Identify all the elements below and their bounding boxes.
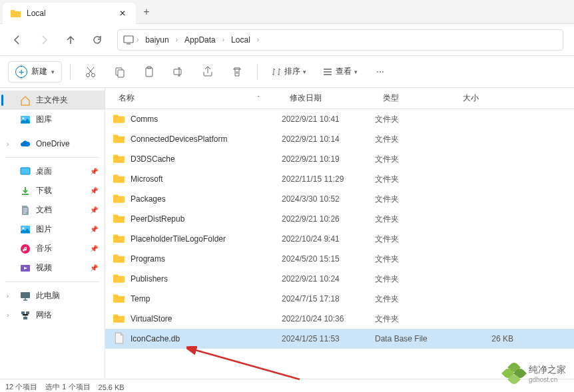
paste-button[interactable] — [137, 60, 161, 84]
column-date[interactable]: 修改日期 — [282, 93, 375, 104]
breadcrumb-item[interactable]: AppData — [180, 34, 220, 46]
file-row[interactable]: Packages2024/3/30 10:52文件夹 — [105, 189, 574, 209]
chevron-down-icon: ▾ — [51, 69, 55, 75]
sidebar-item-pictures[interactable]: 图片 📌 — [0, 220, 105, 239]
svg-rect-10 — [21, 168, 30, 174]
view-label: 查看 — [336, 66, 352, 77]
music-icon — [20, 244, 31, 254]
column-size[interactable]: 大小 — [455, 93, 521, 104]
pin-icon: 📌 — [90, 264, 98, 272]
file-row[interactable]: PeerDistRepub2022/9/21 10:26文件夹 — [105, 209, 574, 229]
breadcrumb[interactable]: › baiyun › AppData › Local › — [117, 29, 563, 51]
content-area: 名称˄ 修改日期 类型 大小 Comms2022/9/21 10:41文件夹Co… — [105, 88, 574, 379]
file-type: 文件夹 — [375, 154, 455, 165]
sidebar-item-desktop[interactable]: 桌面 📌 — [0, 162, 105, 181]
status-size: 25.6 KB — [99, 383, 125, 391]
sidebar-label: 下载 — [36, 185, 52, 196]
chevron-right-icon: › — [137, 36, 139, 43]
status-selected: 选中 1 个项目 — [45, 382, 90, 392]
more-button[interactable]: ⋯ — [368, 60, 392, 84]
file-row[interactable]: ConnectedDevicesPlatform2022/9/21 10:14文… — [105, 129, 574, 149]
file-name-cell: ConnectedDevicesPlatform — [105, 132, 282, 146]
view-button[interactable]: 查看 ▾ — [317, 62, 363, 81]
separator — [5, 157, 99, 158]
sidebar-item-music[interactable]: 音乐 📌 — [0, 239, 105, 258]
sidebar-item-home[interactable]: 主文件夹 — [0, 91, 105, 110]
file-row[interactable]: Programs2024/5/20 15:15文件夹 — [105, 249, 574, 269]
sidebar-item-videos[interactable]: 视频 📌 — [0, 258, 105, 278]
file-list[interactable]: Comms2022/9/21 10:41文件夹ConnectedDevicesP… — [105, 109, 574, 379]
file-date: 2022/9/21 10:19 — [282, 154, 375, 164]
folder-icon — [113, 152, 125, 166]
file-row[interactable]: Comms2022/9/21 10:41文件夹 — [105, 109, 574, 129]
copy-button[interactable] — [108, 60, 132, 84]
column-name[interactable]: 名称˄ — [105, 93, 282, 104]
gallery-icon — [20, 114, 31, 125]
file-name: Packages — [131, 194, 166, 204]
sidebar-label: 文档 — [36, 204, 52, 216]
chevron-right-icon: › — [7, 140, 15, 148]
file-row[interactable]: Publishers2022/9/21 10:24文件夹 — [105, 269, 574, 289]
tab-bar: Local ✕ + — [0, 0, 574, 24]
folder-icon — [113, 292, 125, 306]
cut-button[interactable] — [79, 60, 103, 84]
folder-icon — [113, 312, 125, 326]
file-date: 2022/9/21 10:14 — [282, 134, 375, 144]
cloud-icon — [20, 138, 31, 149]
file-type: Data Base File — [375, 334, 455, 343]
file-type: 文件夹 — [375, 214, 455, 225]
pin-icon: 📌 — [90, 168, 98, 175]
sort-button[interactable]: 排序 ▾ — [266, 62, 312, 81]
file-name-cell: Comms — [105, 112, 282, 126]
chevron-down-icon: ▾ — [354, 69, 358, 75]
file-name: D3DSCache — [131, 154, 175, 164]
folder-icon — [11, 8, 21, 19]
svg-point-9 — [23, 117, 25, 119]
new-button[interactable]: + 新建 ▾ — [8, 61, 62, 83]
sidebar-item-onedrive[interactable]: › OneDrive — [0, 134, 105, 153]
file-name: Temp — [131, 294, 150, 303]
file-row[interactable]: IconCache.db2024/1/25 11:53Data Base Fil… — [105, 329, 574, 349]
rename-button[interactable] — [166, 60, 190, 84]
separator — [70, 64, 71, 80]
delete-button[interactable] — [225, 60, 249, 84]
plus-icon: + — [15, 66, 27, 78]
file-row[interactable]: PlaceholderTileLogoFolder2022/10/24 9:41… — [105, 229, 574, 249]
chevron-right-icon: › — [222, 36, 224, 43]
pc-icon — [20, 291, 31, 301]
watermark-text: 纯净之家 — [529, 364, 566, 376]
chevron-right-icon: › — [176, 36, 178, 43]
up-button[interactable] — [59, 28, 83, 52]
chevron-right-icon: › — [7, 292, 15, 299]
sidebar-item-thispc[interactable]: › 此电脑 — [0, 286, 105, 305]
monitor-icon — [123, 35, 134, 45]
sidebar-item-gallery[interactable]: 图库 — [0, 110, 105, 129]
sidebar-label: 图片 — [36, 224, 52, 235]
close-icon[interactable]: ✕ — [117, 8, 128, 19]
refresh-button[interactable] — [85, 28, 109, 52]
new-tab-button[interactable]: + — [136, 1, 157, 23]
breadcrumb-item[interactable]: Local — [227, 34, 254, 46]
file-row[interactable]: Temp2024/7/15 17:18文件夹 — [105, 289, 574, 309]
tab-local[interactable]: Local ✕ — [3, 3, 136, 24]
share-button[interactable] — [196, 60, 220, 84]
file-type: 文件夹 — [375, 114, 455, 125]
file-type: 文件夹 — [375, 254, 455, 265]
chevron-down-icon: ▾ — [303, 69, 306, 75]
column-type[interactable]: 类型 — [375, 93, 455, 104]
file-row[interactable]: D3DSCache2022/9/21 10:19文件夹 — [105, 149, 574, 169]
breadcrumb-item[interactable]: baiyun — [141, 34, 172, 46]
svg-rect-0 — [124, 36, 133, 43]
sidebar-item-network[interactable]: › 网络 — [0, 305, 105, 325]
forward-button[interactable] — [32, 28, 56, 52]
folder-icon — [113, 272, 125, 286]
file-name-cell: Programs — [105, 252, 282, 266]
back-button[interactable] — [5, 28, 29, 52]
file-type: 文件夹 — [375, 294, 455, 305]
sidebar-label: 图库 — [36, 114, 52, 125]
sort-icon — [271, 67, 282, 77]
sidebar-item-documents[interactable]: 文档 📌 — [0, 200, 105, 220]
sidebar-item-downloads[interactable]: 下载 📌 — [0, 181, 105, 200]
file-row[interactable]: Microsoft2022/11/15 11:29文件夹 — [105, 169, 574, 189]
file-row[interactable]: VirtualStore2022/10/24 10:36文件夹 — [105, 309, 574, 329]
